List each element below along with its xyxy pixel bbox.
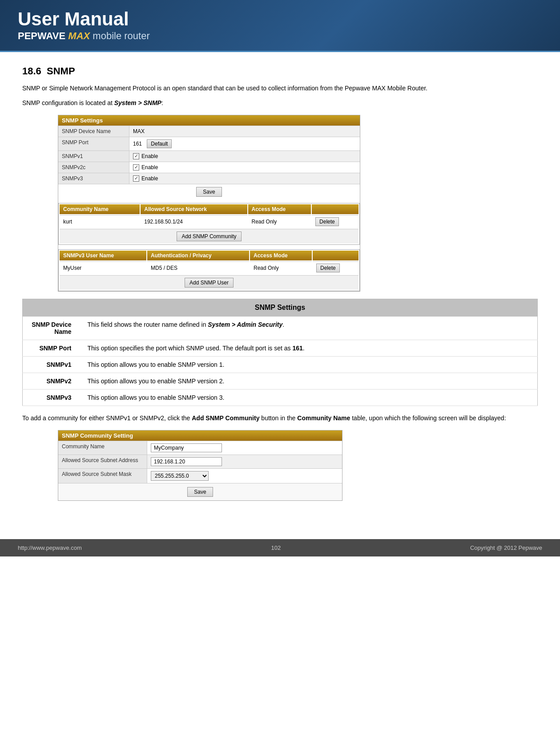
community-setting-header: SNMP Community Setting: [58, 430, 342, 441]
subnet-mask-select[interactable]: 255.255.255.0 255.255.0.0 255.0.0.0: [151, 471, 209, 481]
settings-description-table: SNMP Settings SNMP DeviceName This field…: [22, 299, 538, 406]
snmpv1-checkbox[interactable]: ✓: [133, 153, 139, 159]
page-header: User Manual PEPWAVE MAX mobile router: [0, 0, 560, 52]
user-row: MyUser MD5 / DES Read Only Delete: [60, 261, 359, 274]
cs-subnet-address-label: Allowed Source Subnet Address: [58, 455, 147, 468]
snmp-row-port: SNMP Port 161 Default: [58, 137, 360, 150]
snmpv2c-checkbox[interactable]: ✓: [133, 164, 139, 171]
save-row: Save: [58, 184, 360, 199]
snmpv2c-label: SNMPv2c: [58, 162, 129, 173]
footer-page: 102: [271, 544, 281, 551]
community-delete-button[interactable]: Delete: [315, 217, 339, 226]
page-footer: http://www.pepwave.com 102 Copyright @ 2…: [0, 539, 560, 556]
snmpv1-value: ✓ Enable: [129, 151, 360, 162]
desc-row-v3: SNMPv3 This option allows you to enable …: [23, 389, 538, 406]
user-col-action: [313, 251, 359, 260]
snmp-screenshot-table: SNMP Settings SNMP Device Name MAX SNMP …: [58, 115, 360, 292]
desc-field-v2: SNMPv2: [23, 373, 81, 389]
desc-row-v1: SNMPv1 This option allows you to enable …: [23, 356, 538, 373]
community-network-cell: 192.168.50.1/24: [141, 215, 247, 228]
community-col-name: Community Name: [60, 204, 140, 214]
subnet-address-input[interactable]: [151, 457, 222, 466]
desc-row-port: SNMP Port This option specifies the port…: [23, 340, 538, 356]
manual-title: User Manual: [18, 9, 542, 29]
product-name: MAX: [68, 30, 90, 41]
community-name-cell: kurt: [60, 215, 140, 228]
snmpv1-label: SNMPv1: [58, 151, 129, 162]
snmpv3-value: ✓ Enable: [129, 173, 360, 184]
cs-row-subnet-address: Allowed Source Subnet Address: [58, 455, 342, 468]
community-mode-cell: Read Only: [248, 215, 311, 228]
user-auth-cell: MD5 / DES: [147, 261, 249, 274]
cs-row-subnet-mask: Allowed Source Subnet Mask 255.255.255.0…: [58, 468, 342, 483]
snmp-row-v2c: SNMPv2c ✓ Enable: [58, 162, 360, 173]
community-col-mode: Access Mode: [248, 204, 311, 214]
user-table: SNMPv3 User Name Authentication / Privac…: [58, 249, 360, 291]
desc-field-v1: SNMPv1: [23, 356, 81, 373]
desc-value-v1: This option allows you to enable SNMP ve…: [81, 356, 538, 373]
brand-name: PEPWAVE: [18, 30, 65, 41]
snmp-port-value: 161 Default: [129, 137, 360, 150]
save-button-1[interactable]: Save: [196, 187, 222, 197]
community-delete-cell: Delete: [312, 215, 359, 228]
desc-row-device-name: SNMP DeviceName This field shows the rou…: [23, 316, 538, 340]
snmpv3-checkbox[interactable]: ✓: [133, 175, 139, 182]
cs-subnet-mask-label: Allowed Source Subnet Mask: [58, 469, 147, 483]
manual-subtitle: PEPWAVE MAX mobile router: [18, 30, 542, 42]
community-paragraph: To add a community for either SNMPv1 or …: [22, 413, 538, 423]
community-section: Community Name Allowed Source Network Ac…: [58, 203, 360, 245]
desc-field-device-name: SNMP DeviceName: [23, 316, 81, 340]
snmp-row-v1: SNMPv1 ✓ Enable: [58, 150, 360, 162]
add-community-row: Add SNMP Community: [60, 229, 359, 244]
cs-save-row: Save: [58, 483, 342, 500]
desc-field-v3: SNMPv3: [23, 389, 81, 406]
snmp-device-name-label: SNMP Device Name: [58, 126, 129, 137]
default-button[interactable]: Default: [147, 139, 172, 148]
cs-row-community-name: Community Name: [58, 441, 342, 455]
add-user-button[interactable]: Add SNMP User: [185, 278, 234, 288]
main-content: 18.6 SNMP SNMP or Simple Network Managem…: [0, 52, 560, 521]
subtitle-rest: mobile router: [93, 30, 149, 41]
community-col-action: [312, 204, 359, 214]
desc-field-port: SNMP Port: [23, 340, 81, 356]
user-section: SNMPv3 User Name Authentication / Privac…: [58, 249, 360, 291]
snmp-row-v3: SNMPv3 ✓ Enable: [58, 173, 360, 184]
user-delete-button[interactable]: Delete: [316, 264, 340, 272]
snmp-screenshot-header: SNMP Settings: [58, 115, 360, 126]
desc-row-v2: SNMPv2 This option allows you to enable …: [23, 373, 538, 389]
desc-value-port: This option specifies the port which SNM…: [81, 340, 538, 356]
user-col-mode: Access Mode: [250, 251, 312, 260]
footer-url: http://www.pepwave.com: [18, 544, 82, 551]
cs-community-name-label: Community Name: [58, 441, 147, 455]
user-col-name: SNMPv3 User Name: [60, 251, 146, 260]
snmp-row-device-name: SNMP Device Name MAX: [58, 126, 360, 137]
user-name-cell: MyUser: [60, 261, 146, 274]
user-col-auth: Authentication / Privacy: [147, 251, 249, 260]
community-col-network: Allowed Source Network: [141, 204, 247, 214]
user-mode-cell: Read Only: [250, 261, 312, 274]
community-setting-screenshot: SNMP Community Setting Community Name Al…: [58, 430, 342, 501]
add-community-button[interactable]: Add SNMP Community: [177, 231, 241, 241]
cs-subnet-mask-value: 255.255.255.0 255.255.0.0 255.0.0.0: [147, 469, 342, 483]
desc-value-v2: This option allows you to enable SNMP ve…: [81, 373, 538, 389]
desc-value-v3: This option allows you to enable SNMP ve…: [81, 389, 538, 406]
settings-desc-header: SNMP Settings: [23, 299, 538, 316]
section-heading: 18.6 SNMP: [22, 65, 538, 77]
community-name-input[interactable]: [151, 443, 222, 452]
footer-copyright: Copyright @ 2012 Pepwave: [470, 544, 542, 551]
cs-community-name-value: [147, 441, 342, 455]
community-save-button[interactable]: Save: [187, 487, 213, 497]
cs-subnet-address-value: [147, 455, 342, 468]
snmp-device-name-value: MAX: [129, 126, 360, 137]
community-row: kurt 192.168.50.1/24 Read Only Delete: [60, 215, 359, 228]
intro-paragraph-2: SNMP configuration is located at System …: [22, 98, 538, 108]
add-user-row: Add SNMP User: [60, 275, 359, 290]
snmpv2c-value: ✓ Enable: [129, 162, 360, 173]
snmpv3-label: SNMPv3: [58, 173, 129, 184]
snmp-port-label: SNMP Port: [58, 137, 129, 150]
desc-value-device-name: This field shows the router name defined…: [81, 316, 538, 340]
community-table: Community Name Allowed Source Network Ac…: [58, 203, 360, 245]
intro-paragraph-1: SNMP or Simple Network Management Protoc…: [22, 83, 538, 93]
user-delete-cell: Delete: [313, 261, 359, 274]
